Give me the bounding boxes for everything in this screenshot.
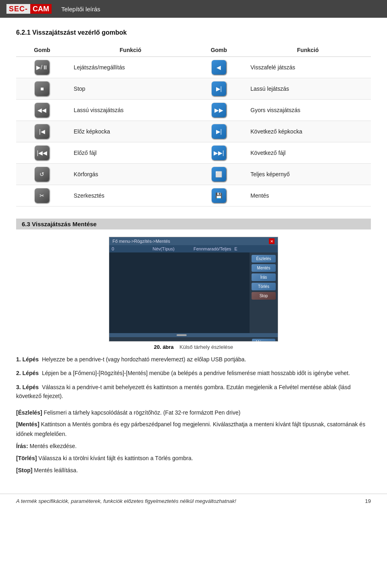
fig-list-area bbox=[109, 252, 250, 333]
func-cell-2: Gyors visszajátszás bbox=[245, 100, 371, 121]
footer: A termék specifikációk, paraméterek, fun… bbox=[0, 494, 387, 508]
btn-cell-1: |◀ bbox=[16, 121, 68, 142]
func-cell-2: Visszafelé játszás bbox=[245, 57, 371, 78]
fig-close-button[interactable]: ✕ bbox=[269, 238, 275, 244]
func-cell-1: Lejátszás/megállítás bbox=[68, 57, 193, 78]
logo-cam: CAM bbox=[30, 4, 52, 14]
btn-cell-1: ■ bbox=[16, 78, 68, 100]
btn-icon-1: ✂ bbox=[35, 188, 49, 203]
fig-btn-stop[interactable]: Stop bbox=[252, 292, 276, 300]
note-torles: [Törlés] Válassza ki a törölni kívánt fá… bbox=[16, 454, 371, 463]
fig-titlebar: Fő menu->Rögzítés->Mentés ✕ bbox=[109, 237, 278, 245]
table-row: |◀◀ Előző fájl ▶▶| Következő fájl bbox=[16, 142, 371, 164]
func-cell-1: Előző fájl bbox=[68, 142, 193, 164]
notes-block: [Észlelés] Felismeri a tárhely kapcsolód… bbox=[16, 408, 371, 475]
btn-cell-1: ▶/⏸ bbox=[16, 57, 68, 78]
btn-icon-1: ▶/⏸ bbox=[35, 60, 49, 75]
btn-icon-1: ◀◀ bbox=[35, 103, 49, 117]
step-text: Válassza ki a pendrive-t amit behelyezet… bbox=[16, 384, 351, 399]
header: SEC-CAM Telepítői leírás bbox=[0, 0, 387, 18]
fig-btn-mentes[interactable]: Mentés bbox=[252, 264, 276, 272]
func-cell-1: Szerkesztés bbox=[68, 185, 193, 206]
btn-cell-2: 💾 bbox=[193, 185, 245, 206]
step-item: 3. Lépés Válassza ki a pendrive-t amit b… bbox=[16, 383, 371, 401]
func-cell-2: Lassú lejátszás bbox=[245, 78, 371, 100]
footer-page: 19 bbox=[365, 498, 371, 504]
fig-progress-bar bbox=[109, 333, 278, 337]
func-cell-1: Előz képkocka bbox=[68, 121, 193, 142]
section-63-heading: 6.3 Visszajátszás Mentése bbox=[16, 219, 371, 229]
func-cell-1: Körforgás bbox=[68, 164, 193, 185]
btn-cell-2: ▶| bbox=[193, 78, 245, 100]
note-torles-label: [Törlés] bbox=[16, 455, 37, 461]
figure-caption: 20. ábra Külső tárhely észlelése bbox=[154, 344, 233, 350]
fig-btn-eszleles[interactable]: Észlelés bbox=[252, 255, 276, 263]
btn-icon-1: ↺ bbox=[35, 167, 49, 181]
btn-icon-1: |◀ bbox=[35, 124, 49, 139]
table-row: ◀◀ Lassú visszajátszás ▶▶ Gyors visszajá… bbox=[16, 100, 371, 121]
btn-cell-2: ▶▶| bbox=[193, 142, 245, 164]
btn-icon-1: |◀◀ bbox=[35, 146, 49, 160]
fig-btn-iras[interactable]: Írás bbox=[252, 273, 276, 281]
btn-icon-1: ■ bbox=[35, 81, 49, 96]
note-mentes-label: [Mentés] bbox=[16, 421, 40, 427]
step-label: Lépés bbox=[23, 384, 39, 390]
table-row: ■ Stop ▶| Lassú lejátszás bbox=[16, 78, 371, 100]
step-text: Lépjen be a [Főmenü]-[Rögzítés]-[Mentés]… bbox=[40, 370, 350, 376]
func-cell-2: Következő képkocka bbox=[245, 121, 371, 142]
table-row: ↺ Körforgás ⬜ Teljes képernyő bbox=[16, 164, 371, 185]
btn-cell-2: ▶| bbox=[193, 121, 245, 142]
note-stop-label: [Stop] bbox=[16, 467, 32, 473]
fig-btn-torles[interactable]: Törlés bbox=[252, 283, 276, 290]
fig-btn-megsem[interactable]: Mégsem bbox=[252, 339, 275, 342]
table-row: ✂ Szerkesztés 💾 Mentés bbox=[16, 185, 371, 206]
fig-title-text: Fő menu->Rögzítés->Mentés bbox=[112, 239, 170, 244]
func-cell-1: Stop bbox=[68, 78, 193, 100]
step-item: 2. Lépés Lépjen be a [Főmenü]-[Rögzítés]… bbox=[16, 369, 371, 377]
func-cell-1: Lassú visszajátszás bbox=[68, 100, 193, 121]
note-mentes: [Mentés] Kattintson a Mentés gombra és e… bbox=[16, 420, 371, 439]
header-title: Telepítői leírás bbox=[61, 6, 100, 13]
func-cell-2: Következő fájl bbox=[245, 142, 371, 164]
fig-col-e: E bbox=[235, 246, 276, 251]
note-stop: [Stop] Mentés leállítása. bbox=[16, 466, 371, 475]
col-header-gomb1: Gomb bbox=[16, 44, 68, 57]
controls-table: Gomb Funkció Gomb Funkció ▶/⏸ Lejátszás/… bbox=[16, 44, 371, 206]
footer-text: A termék specifikációk, paraméterek, fun… bbox=[16, 498, 236, 504]
figure-screenshot: Fő menu->Rögzítés->Mentés ✕ 0 Név(Típus)… bbox=[109, 237, 278, 342]
btn-cell-1: ✂ bbox=[16, 185, 68, 206]
note-iras-label: Írás: bbox=[16, 443, 28, 449]
step-number: 2. bbox=[16, 370, 21, 376]
btn-cell-2: ▶▶ bbox=[193, 100, 245, 121]
step-label: Lépés bbox=[23, 356, 39, 363]
fig-table-header: 0 Név(Típus) Fennmaradó/Teljes E bbox=[109, 245, 278, 252]
col-header-funkció1: Funkció bbox=[68, 44, 193, 57]
func-cell-2: Mentés bbox=[245, 185, 371, 206]
btn-icon-2: ▶▶ bbox=[212, 103, 226, 117]
btn-cell-2: ◀ bbox=[193, 57, 245, 78]
fig-col-0: 0 bbox=[112, 246, 153, 251]
fig-footer: Mégsem bbox=[109, 337, 278, 342]
logo-sec: SEC- bbox=[6, 4, 30, 14]
step-number: 1. bbox=[16, 356, 21, 363]
btn-cell-2: ⬜ bbox=[193, 164, 245, 185]
fig-progress-indicator bbox=[177, 334, 187, 336]
col-header-gomb2: Gomb bbox=[193, 44, 245, 57]
note-iras: Írás: Mentés elkezdése. bbox=[16, 442, 371, 451]
btn-icon-2: 💾 bbox=[212, 188, 226, 203]
fig-buttons: Észlelés Mentés Írás Törlés Stop bbox=[250, 252, 278, 333]
figure-caption-number: 20. ábra bbox=[154, 344, 174, 350]
step-text: Helyezze be a pendrive-t (vagy hordozhat… bbox=[40, 356, 246, 363]
steps-container: 1. Lépés Helyezze be a pendrive-t (vagy … bbox=[16, 355, 371, 401]
fig-col-fennmarado: Fennmaradó/Teljes bbox=[194, 246, 235, 251]
figure-container: Fő menu->Rögzítés->Mentés ✕ 0 Név(Típus)… bbox=[16, 237, 371, 350]
step-item: 1. Lépés Helyezze be a pendrive-t (vagy … bbox=[16, 355, 371, 364]
note-eszleles: [Észlelés] Felismeri a tárhely kapcsolód… bbox=[16, 408, 371, 418]
logo: SEC-CAM bbox=[6, 5, 52, 13]
table-row: |◀ Előz képkocka ▶| Következő képkocka bbox=[16, 121, 371, 142]
fig-content: Észlelés Mentés Írás Törlés Stop bbox=[109, 252, 278, 333]
btn-icon-2: ⬜ bbox=[212, 167, 226, 181]
fig-col-name: Név(Típus) bbox=[153, 246, 194, 251]
main-content: 6.2.1 Visszajátszást vezérlő gombok Gomb… bbox=[0, 18, 387, 486]
note-eszleles-label: [Észlelés] bbox=[16, 409, 42, 416]
